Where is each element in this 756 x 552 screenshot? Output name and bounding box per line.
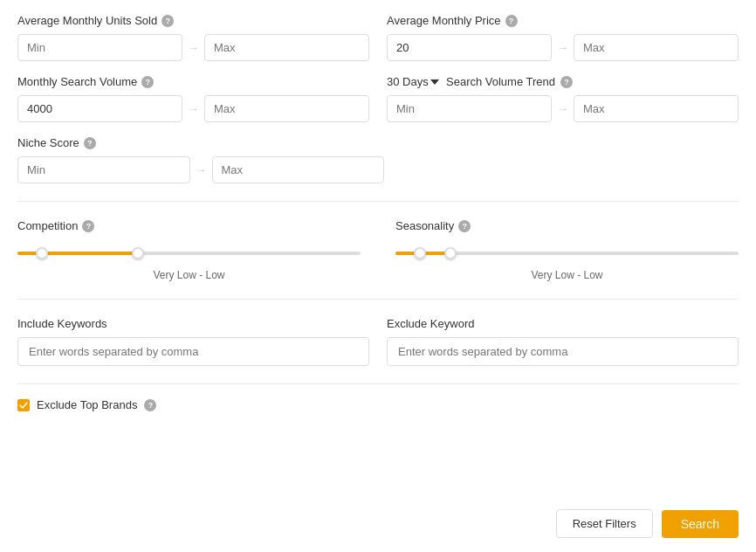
competition-track bbox=[17, 252, 361, 255]
exclude-keyword-input[interactable] bbox=[387, 337, 739, 366]
competition-range-label: Very Low - Low bbox=[17, 269, 361, 281]
avg-monthly-units-label: Average Monthly Units Sold ? bbox=[17, 14, 369, 27]
exclude-keyword-group: Exclude Keyword bbox=[387, 317, 739, 366]
niche-score-max[interactable] bbox=[212, 156, 385, 183]
range-arrow-icon-2: → bbox=[557, 41, 568, 54]
sliders-section: Competition ? Very Low - Low Seasonality bbox=[17, 219, 739, 300]
niche-score-range: → bbox=[17, 156, 384, 183]
avg-monthly-units-help-icon[interactable]: ? bbox=[162, 15, 174, 27]
checkmark-icon bbox=[19, 401, 28, 410]
avg-monthly-price-group: Average Monthly Price ? 20 → bbox=[387, 14, 739, 61]
search-volume-trend-min[interactable] bbox=[387, 95, 552, 122]
competition-thumb-right[interactable] bbox=[132, 247, 144, 259]
search-button[interactable]: Search bbox=[662, 510, 739, 538]
keywords-section: Include Keywords Exclude Keyword bbox=[17, 317, 739, 384]
search-volume-trend-group: 30 Days 7 Days 90 Days Search Volume Tre… bbox=[387, 75, 739, 122]
seasonality-slider[interactable] bbox=[395, 245, 739, 262]
monthly-search-volume-label: Monthly Search Volume ? bbox=[17, 75, 369, 88]
seasonality-group: Seasonality ? Very Low - Low bbox=[395, 219, 739, 281]
avg-monthly-units-group: Average Monthly Units Sold ? → bbox=[17, 14, 369, 61]
avg-monthly-units-min[interactable] bbox=[17, 34, 182, 61]
niche-score-min[interactable] bbox=[17, 156, 190, 183]
exclude-top-brands-label: Exclude Top Brands bbox=[37, 398, 137, 411]
niche-score-group: Niche Score ? → bbox=[17, 136, 384, 183]
monthly-search-volume-max[interactable] bbox=[204, 95, 369, 122]
seasonality-thumb-right[interactable] bbox=[444, 247, 457, 259]
avg-monthly-units-range: → bbox=[17, 34, 369, 61]
exclude-top-brands-help-icon[interactable]: ? bbox=[144, 399, 156, 411]
reset-filters-button[interactable]: Reset Filters bbox=[556, 509, 653, 538]
monthly-search-volume-range: 4000 → bbox=[17, 95, 369, 122]
search-volume-trend-label: 30 Days 7 Days 90 Days Search Volume Tre… bbox=[387, 75, 739, 88]
keywords-row: Include Keywords Exclude Keyword bbox=[17, 317, 739, 366]
niche-score-label: Niche Score ? bbox=[17, 136, 384, 149]
exclude-keyword-label: Exclude Keyword bbox=[387, 317, 739, 330]
exclude-top-brands-checkbox[interactable] bbox=[17, 399, 30, 411]
seasonality-track bbox=[395, 252, 739, 255]
avg-monthly-price-range: 20 → bbox=[387, 34, 739, 61]
avg-monthly-units-max[interactable] bbox=[204, 34, 369, 61]
sliders-row: Competition ? Very Low - Low Seasonality bbox=[17, 219, 739, 281]
filters-panel: Average Monthly Units Sold ? → Average M… bbox=[0, 0, 756, 552]
seasonality-help-icon[interactable]: ? bbox=[458, 220, 471, 232]
include-keywords-input[interactable] bbox=[17, 337, 369, 366]
competition-thumb-left[interactable] bbox=[36, 247, 48, 259]
monthly-search-volume-min[interactable]: 4000 bbox=[17, 95, 182, 122]
search-volume-trend-max[interactable] bbox=[574, 95, 739, 122]
range-arrow-icon-3: → bbox=[188, 102, 199, 115]
competition-help-icon[interactable]: ? bbox=[82, 220, 94, 232]
seasonality-range-label: Very Low - Low bbox=[395, 269, 739, 281]
monthly-search-volume-group: Monthly Search Volume ? 4000 → bbox=[17, 75, 369, 122]
include-keywords-group: Include Keywords bbox=[17, 317, 369, 366]
competition-slider[interactable] bbox=[17, 245, 361, 262]
range-arrow-icon: → bbox=[188, 41, 199, 54]
seasonality-thumb-left[interactable] bbox=[414, 247, 426, 259]
search-volume-trend-range: → bbox=[387, 95, 739, 122]
include-keywords-label: Include Keywords bbox=[17, 317, 369, 330]
footer-buttons: Reset Filters Search bbox=[556, 509, 739, 538]
trend-period-select[interactable]: 30 Days 7 Days 90 Days bbox=[387, 75, 441, 88]
range-arrow-icon-4: → bbox=[557, 102, 568, 115]
seasonality-label: Seasonality ? bbox=[395, 219, 739, 232]
search-volume-trend-help-icon[interactable]: ? bbox=[560, 76, 573, 88]
exclude-brands-group: Exclude Top Brands ? bbox=[17, 398, 739, 411]
avg-monthly-price-help-icon[interactable]: ? bbox=[505, 15, 518, 27]
avg-monthly-price-min[interactable]: 20 bbox=[387, 34, 552, 61]
avg-monthly-price-max[interactable] bbox=[574, 34, 739, 61]
niche-score-help-icon[interactable]: ? bbox=[84, 137, 96, 149]
monthly-search-volume-help-icon[interactable]: ? bbox=[141, 76, 154, 88]
competition-group: Competition ? Very Low - Low bbox=[17, 219, 361, 281]
competition-label: Competition ? bbox=[17, 219, 361, 232]
avg-monthly-price-label: Average Monthly Price ? bbox=[387, 14, 739, 27]
range-arrow-icon-5: → bbox=[196, 163, 207, 176]
